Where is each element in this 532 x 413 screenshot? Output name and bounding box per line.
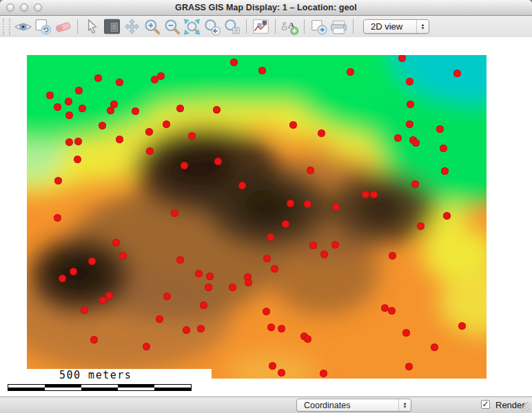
map-point — [116, 136, 123, 143]
map-point — [412, 139, 420, 147]
toolbar-separator — [304, 19, 305, 34]
map-point — [99, 122, 106, 129]
map-point — [307, 167, 314, 174]
zoom-out-icon[interactable] — [162, 18, 182, 36]
map-point — [436, 125, 444, 133]
dropdown-stepper-icon: ▲▼ — [398, 399, 411, 411]
titlebar: GRASS GIS Map Display: 1 – Location: geo… — [0, 0, 532, 16]
map-point — [54, 177, 62, 184]
minimize-button[interactable] — [20, 3, 28, 12]
map-point — [116, 78, 123, 86]
statusbar: Coordinates ▲▼ ✓ Render — [0, 396, 532, 413]
add-overlay-icon[interactable]: A — [280, 18, 300, 36]
map-point — [411, 180, 419, 188]
zoom-back-icon[interactable] — [202, 18, 222, 36]
dropdown-stepper-icon: ▲▼ — [416, 20, 429, 33]
grass-map-display-window: GRASS GIS Map Display: 1 – Location: geo… — [0, 0, 532, 413]
window-controls — [6, 3, 42, 12]
render-checkbox[interactable]: ✓ — [481, 400, 490, 409]
map-point — [90, 336, 98, 343]
map-point — [278, 369, 285, 377]
render-map-icon[interactable] — [33, 18, 53, 36]
print-icon[interactable] — [329, 18, 349, 36]
analyze-chart-icon[interactable] — [251, 18, 271, 36]
erase-display-icon[interactable] — [53, 18, 73, 36]
map-point — [112, 239, 120, 246]
map-point — [406, 120, 413, 128]
map-point — [229, 284, 236, 291]
toolbar-drag-handle-icon[interactable] — [3, 19, 10, 35]
query-icon[interactable] — [102, 18, 122, 36]
scalebar-segment — [8, 388, 45, 390]
map-point — [88, 257, 96, 265]
toolbar-separator — [275, 19, 276, 34]
map-point — [263, 255, 271, 262]
map-point — [443, 212, 451, 220]
map-point — [441, 167, 449, 175]
map-point — [65, 138, 73, 146]
map-point — [183, 326, 190, 334]
scalebar-segment — [81, 388, 118, 390]
map-point — [304, 335, 311, 343]
map-point — [54, 103, 61, 111]
map-point — [320, 370, 327, 377]
zoom-button[interactable] — [34, 3, 42, 12]
map-point — [331, 241, 339, 248]
map-point — [267, 233, 274, 241]
save-display-icon[interactable] — [309, 18, 329, 36]
pointer-icon[interactable] — [82, 18, 102, 36]
map-point — [304, 200, 311, 208]
toolbar-separator — [246, 19, 247, 34]
map-point — [332, 203, 340, 211]
window-title: GRASS GIS Map Display: 1 – Location: geo… — [0, 3, 532, 12]
map-point — [74, 138, 82, 145]
map-point — [65, 112, 73, 119]
raster-surface — [27, 55, 487, 379]
map-point — [269, 362, 276, 370]
map-point — [157, 72, 165, 80]
map-point — [282, 220, 289, 228]
map-point — [458, 322, 466, 330]
map-canvas[interactable] — [27, 55, 487, 379]
view-mode-dropdown[interactable]: 2D view ▲▼ — [363, 19, 429, 34]
map-point — [347, 68, 354, 76]
zoom-in-icon[interactable] — [142, 18, 162, 36]
map-point — [453, 70, 461, 77]
map-point — [70, 268, 77, 275]
map-point — [245, 279, 252, 286]
display-map-eye-icon[interactable] — [13, 18, 33, 36]
map-point — [79, 105, 86, 112]
map-point — [105, 292, 113, 299]
map-point — [362, 191, 369, 198]
map-point — [200, 301, 207, 309]
map-point — [59, 275, 66, 282]
map-point — [267, 324, 275, 331]
map-point — [46, 92, 54, 99]
map-point — [146, 147, 154, 155]
resize-grip-icon[interactable] — [521, 402, 531, 412]
map-point — [407, 100, 414, 108]
map-point — [143, 343, 150, 350]
map-point — [406, 78, 413, 85]
scalebar-segment — [45, 388, 81, 390]
map-point — [431, 343, 438, 351]
map-point — [163, 293, 171, 300]
map-point — [230, 59, 238, 66]
map-point — [188, 132, 196, 140]
map-point — [75, 87, 83, 94]
map-point — [394, 134, 402, 142]
map-point — [278, 325, 285, 332]
map-toolbar: A 2D view ▲▼ — [0, 16, 532, 38]
map-point — [405, 363, 413, 370]
map-point — [197, 325, 205, 332]
statusbar-mode-dropdown[interactable]: Coordinates ▲▼ — [296, 399, 411, 412]
map-point — [81, 306, 88, 314]
pan-icon[interactable] — [122, 18, 142, 36]
map-point — [132, 107, 139, 115]
statusbar-mode-value: Coordinates — [297, 401, 398, 410]
zoom-extent-icon[interactable] — [182, 18, 202, 36]
zoom-options-icon[interactable] — [222, 18, 242, 36]
map-point — [287, 200, 294, 207]
close-button[interactable] — [6, 3, 14, 12]
map-point — [258, 67, 266, 74]
